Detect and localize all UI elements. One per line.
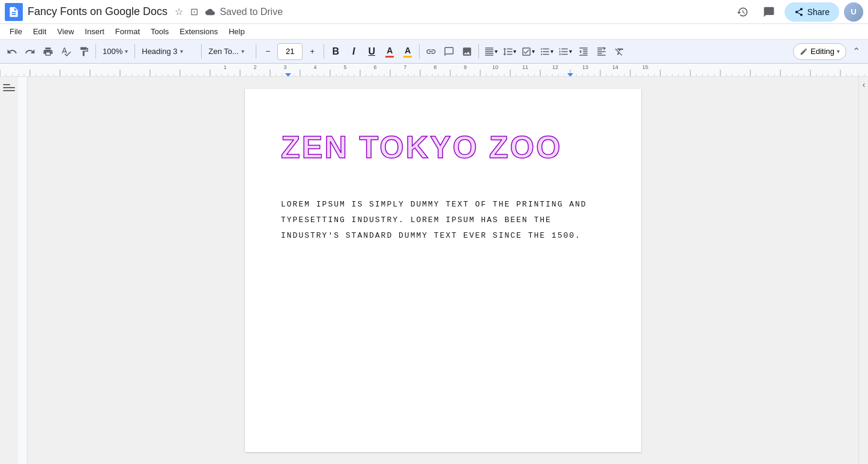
ruler (0, 64, 868, 77)
font-size-increase[interactable]: + (304, 43, 321, 60)
menu-tools[interactable]: Tools (146, 26, 173, 37)
collapse-toolbar-button[interactable]: ⌃ (848, 43, 864, 60)
vertical-ruler (18, 77, 28, 464)
left-sidebar (0, 77, 18, 464)
menu-help[interactable]: Help (224, 26, 250, 37)
highlight-color-bar (403, 56, 412, 58)
document-heading[interactable]: @font-face {} ZEN TOKYO ZOO ZEN TOKYO ZO… (281, 125, 605, 173)
checklist-button[interactable]: ▾ (519, 43, 537, 60)
menu-edit[interactable]: Edit (28, 26, 51, 37)
paint-format-button[interactable] (76, 43, 92, 60)
align-button[interactable]: ▾ (482, 43, 499, 60)
star-icon[interactable]: ☆ (172, 4, 185, 20)
text-color-bar (385, 56, 394, 58)
font-chevron: ▾ (241, 48, 244, 55)
divider-3 (201, 44, 202, 59)
comment-button[interactable] (441, 43, 457, 60)
comments-btn[interactable] (758, 1, 780, 23)
clear-format-button[interactable] (611, 43, 628, 60)
font-size-decrease[interactable]: − (259, 43, 276, 60)
bullet-list-button[interactable]: ▾ (538, 43, 555, 60)
main-area: @font-face {} ZEN TOKYO ZOO ZEN TOKYO ZO… (0, 77, 868, 464)
menu-insert[interactable]: Insert (80, 26, 109, 37)
link-button[interactable] (423, 43, 439, 60)
menu-view[interactable]: View (52, 26, 79, 37)
divider-5 (324, 44, 324, 59)
divider-4 (256, 44, 256, 59)
document-page: @font-face {} ZEN TOKYO ZOO ZEN TOKYO ZO… (245, 89, 641, 452)
zoom-chevron: ▾ (125, 48, 128, 55)
indent-increase-button[interactable] (593, 43, 610, 60)
indent-decrease-button[interactable] (575, 43, 592, 60)
history-btn[interactable] (732, 1, 753, 23)
right-actions: Share U (732, 1, 863, 23)
heading-chevron: ▾ (180, 48, 183, 55)
linespacing-button[interactable]: ▾ (501, 43, 518, 60)
heading-style-dropdown[interactable]: Heading 3 ▾ (138, 43, 198, 60)
menu-format[interactable]: Format (110, 26, 145, 37)
toolbar: 100% ▾ Heading 3 ▾ Zen To... ▾ − + B I U… (0, 40, 868, 64)
document-container[interactable]: @font-face {} ZEN TOKYO ZOO ZEN TOKYO ZO… (28, 77, 858, 464)
user-avatar[interactable]: U (844, 2, 863, 22)
menu-file[interactable]: File (5, 26, 27, 37)
divider-7 (478, 44, 479, 59)
menu-bar: File Edit View Insert Format Tools Exten… (0, 24, 868, 40)
italic-button[interactable]: I (345, 43, 362, 60)
editing-chevron: ▾ (837, 48, 840, 55)
zoom-dropdown[interactable]: 100% ▾ (99, 43, 131, 60)
numbered-list-button[interactable]: ▾ (556, 43, 574, 60)
image-button[interactable] (459, 43, 475, 60)
menu-extensions[interactable]: Extensions (175, 26, 223, 37)
doc-title: Fancy Fonts on Google Docs (28, 5, 167, 18)
outline-toggle[interactable] (3, 84, 15, 96)
right-sidebar-toggle[interactable] (858, 77, 868, 464)
redo-button[interactable] (22, 43, 38, 60)
title-actions: ☆ ⊡ Saved to Drive (172, 2, 295, 22)
doc-icon (5, 3, 23, 21)
share-button[interactable]: Share (785, 2, 839, 22)
divider-6 (419, 44, 420, 59)
heading-svg: @font-face {} ZEN TOKYO ZOO ZEN TOKYO ZO… (281, 125, 617, 167)
saved-status: Saved to Drive (203, 2, 288, 22)
text-color-button[interactable]: A (381, 43, 398, 60)
title-bar: Fancy Fonts on Google Docs ☆ ⊡ Saved to … (0, 0, 868, 24)
document-body[interactable]: Lorem Ipsum is simply dummy text of the … (281, 197, 605, 244)
highlight-color-button[interactable]: A (399, 43, 416, 60)
editing-mode-dropdown[interactable]: Editing ▾ (793, 43, 846, 60)
font-name-dropdown[interactable]: Zen To... ▾ (205, 43, 253, 60)
sidebar-collapse-icon (860, 82, 867, 89)
undo-button[interactable] (4, 43, 20, 60)
font-size-input[interactable] (277, 43, 303, 60)
svg-text:ZEN TOKYO ZOO: ZEN TOKYO ZOO (281, 130, 562, 164)
print-button[interactable] (40, 43, 56, 60)
bold-button[interactable]: B (327, 43, 344, 60)
divider-1 (95, 44, 96, 59)
underline-button[interactable]: U (363, 43, 380, 60)
drive-icon[interactable]: ⊡ (188, 4, 200, 20)
spellcheck-button[interactable] (58, 43, 74, 60)
divider-2 (134, 44, 135, 59)
